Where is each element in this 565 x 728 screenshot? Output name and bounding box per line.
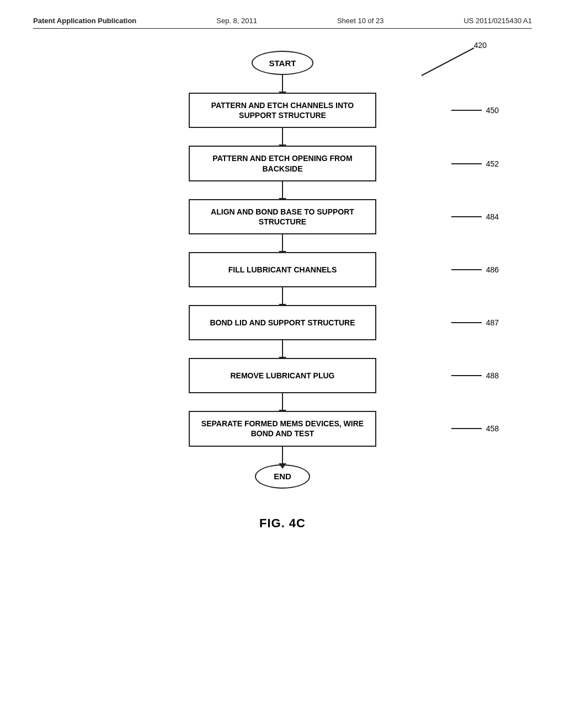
node-450: PATTERN AND ETCH CHANNELS INTO SUPPORT S… [189, 93, 376, 128]
label-container-458: 458 [451, 424, 499, 433]
svg-line-0 [422, 48, 474, 76]
page: Patent Application Publication Sep. 8, 2… [0, 0, 565, 728]
arrow-3 [33, 181, 532, 199]
start-node: START [252, 51, 314, 75]
header-sheet: Sheet 10 of 23 [337, 17, 384, 25]
label-line-488 [451, 375, 482, 376]
arrow-8 [33, 447, 532, 464]
label-line-484 [451, 216, 482, 217]
node-488-wrapper: REMOVE LUBRICANT PLUG 488 [33, 358, 532, 393]
node-487-wrapper: BOND LID AND SUPPORT STRUCTURE 487 [33, 305, 532, 340]
node-484: ALIGN AND BOND BASE TO SUPPORT STRUCTURE [189, 199, 376, 234]
header-publication-label: Patent Application Publication [33, 17, 136, 25]
arrow-5 [33, 287, 532, 305]
arrow-2 [33, 128, 532, 146]
label-420: 420 [474, 41, 487, 50]
label-line-486 [451, 269, 482, 270]
label-458: 458 [486, 424, 499, 433]
label-486: 486 [486, 265, 499, 274]
arrow-line-6 [282, 340, 283, 358]
arrow-4 [33, 234, 532, 252]
arrow-6 [33, 340, 532, 358]
header-date: Sep. 8, 2011 [216, 17, 257, 25]
node-487: BOND LID AND SUPPORT STRUCTURE [189, 305, 376, 340]
arrow-line-2 [282, 128, 283, 146]
label-container-450: 450 [451, 106, 499, 115]
node-486-wrapper: FILL LUBRICANT CHANNELS 486 [33, 252, 532, 287]
node-458: SEPARATE FORMED MEMS DEVICES, WIRE BOND … [189, 411, 376, 446]
node-486: FILL LUBRICANT CHANNELS [189, 252, 376, 287]
node-450-wrapper: PATTERN AND ETCH CHANNELS INTO SUPPORT S… [33, 93, 532, 128]
arrow-line-5 [282, 287, 283, 305]
label-487: 487 [486, 318, 499, 327]
label-line-452 [451, 163, 482, 164]
node-452: PATTERN AND ETCH OPENING FROM BACKSIDE [189, 146, 376, 181]
label-452: 452 [486, 159, 499, 168]
label-line-487 [451, 322, 482, 323]
arrow-line-7 [282, 393, 283, 411]
label-container-487: 487 [451, 318, 499, 327]
node-488: REMOVE LUBRICANT PLUG [189, 358, 376, 393]
label-450: 450 [486, 106, 499, 115]
arrow-line-3 [282, 181, 283, 199]
arrow-line-4 [282, 234, 283, 252]
label-container-488: 488 [451, 371, 499, 380]
arrow-line-1 [282, 75, 283, 93]
label-484: 484 [486, 212, 499, 221]
label-line-450 [451, 110, 482, 111]
node-452-wrapper: PATTERN AND ETCH OPENING FROM BACKSIDE 4… [33, 146, 532, 181]
header-patent-number: US 2011/0215430 A1 [463, 17, 532, 25]
label-line-458 [451, 428, 482, 429]
label-488: 488 [486, 371, 499, 380]
arrow-7 [33, 393, 532, 411]
flowchart: 420 START PATTERN AND ETCH CHANNELS INTO… [33, 51, 532, 489]
label-container-484: 484 [451, 212, 499, 221]
node-484-wrapper: ALIGN AND BOND BASE TO SUPPORT STRUCTURE… [33, 199, 532, 234]
figure-caption: FIG. 4C [33, 516, 532, 531]
label-420-line [388, 45, 477, 78]
arrow-line-8 [282, 447, 283, 464]
label-container-486: 486 [451, 265, 499, 274]
page-header: Patent Application Publication Sep. 8, 2… [33, 17, 532, 29]
label-container-452: 452 [451, 159, 499, 168]
node-458-wrapper: SEPARATE FORMED MEMS DEVICES, WIRE BOND … [33, 411, 532, 446]
